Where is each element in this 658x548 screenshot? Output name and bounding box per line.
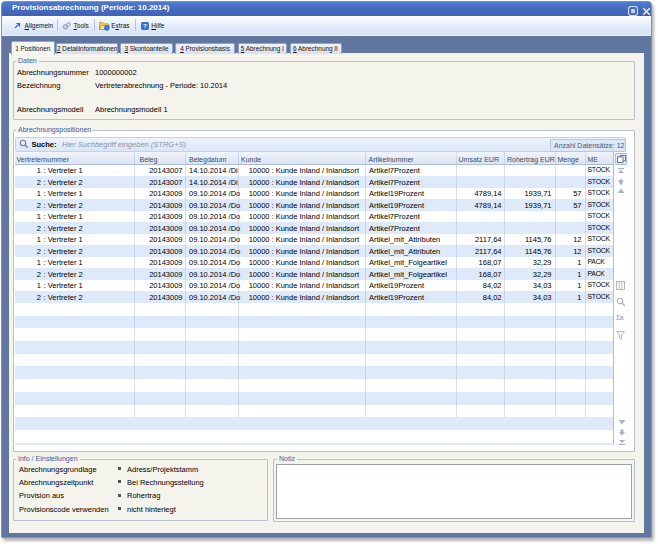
svg-text:?: ?	[143, 22, 147, 29]
